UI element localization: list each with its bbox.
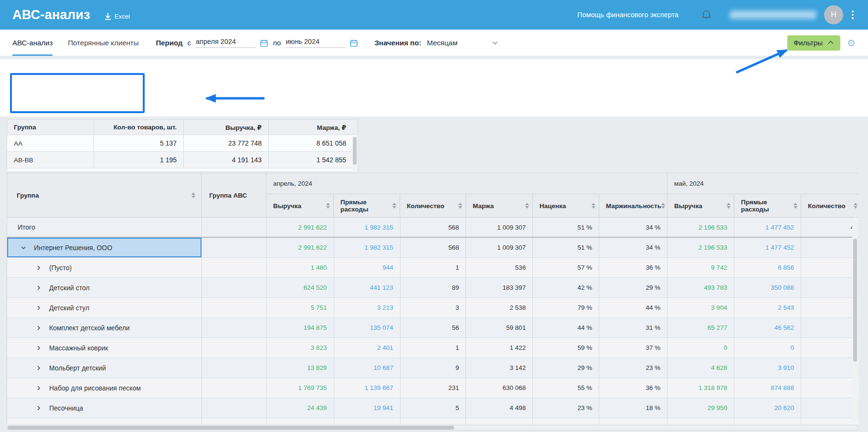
- chevron-down-icon[interactable]: [20, 244, 27, 252]
- chevron-right-icon[interactable]: [35, 404, 42, 412]
- table-row[interactable]: Итого2 991 6221 982 3155681 009 30751 %3…: [7, 218, 858, 238]
- table-row[interactable]: Детский стол624 520441 12389183 39742 %2…: [7, 278, 858, 298]
- scrollbar-thumb[interactable]: [853, 239, 857, 362]
- table-row[interactable]: Детский стул5 7513 21332 53879 %44 %3 90…: [7, 298, 858, 318]
- scrollbar-thumb[interactable]: [8, 426, 454, 430]
- group-cell[interactable]: (Пусто): [7, 258, 202, 277]
- group-cell[interactable]: Набор для рисования песком: [7, 378, 202, 398]
- column-header-label: Количество: [808, 202, 846, 210]
- table-row[interactable]: Комплект детской мебели194 875135 074565…: [7, 318, 858, 338]
- from-label: с: [187, 39, 191, 47]
- values-by-select[interactable]: Месяцам: [427, 39, 498, 47]
- scrollbar-thumb[interactable]: [353, 137, 357, 165]
- value-cell: 10 687: [334, 358, 401, 378]
- sort-icon[interactable]: [525, 203, 529, 209]
- summary-table: Группа Кол-во товаров, шт. Выручка, ₽ Ма…: [7, 119, 358, 172]
- avatar[interactable]: H: [824, 5, 843, 24]
- chevron-right-icon[interactable]: [35, 264, 42, 272]
- column-header-quantity[interactable]: Количество: [400, 194, 466, 218]
- summary-col-header[interactable]: Группа: [7, 120, 94, 135]
- sort-icon[interactable]: [326, 203, 330, 209]
- group-cell[interactable]: Песочница: [7, 398, 202, 418]
- sort-icon[interactable]: [794, 203, 797, 209]
- sort-icon[interactable]: [458, 203, 462, 209]
- horizontal-scrollbar[interactable]: [7, 425, 858, 431]
- month-group-april: апрель, 2024 Выручка Прямые расходы Коли…: [266, 173, 667, 218]
- column-header-margin[interactable]: Маржа: [466, 194, 533, 218]
- group-cell[interactable]: Итого: [7, 218, 202, 237]
- summary-row[interactable]: АВ-ВВ 1 195 4 191 143 1 542 855: [7, 152, 358, 169]
- value-cell: 493 783: [667, 278, 734, 297]
- calendar-icon[interactable]: [260, 39, 268, 47]
- value-cell: 2 196 533: [667, 238, 734, 257]
- value-cell: 0: [667, 338, 734, 358]
- abc-group-cell: [202, 238, 267, 257]
- value-cell: 1 422: [466, 338, 533, 358]
- value-cell: 1 477 452: [734, 238, 801, 257]
- filters-panel: Фильтры Контрагент: Интернет Решения, ОО…: [0, 59, 868, 116]
- column-header-markup[interactable]: Наценка: [533, 194, 599, 218]
- group-cell[interactable]: Комплект детской мебели: [7, 318, 202, 337]
- value-cell: 536: [466, 258, 533, 277]
- chevron-right-icon[interactable]: [35, 364, 42, 372]
- group-cell[interactable]: Интернет Решения, ООО: [7, 238, 202, 257]
- value-cell: [801, 238, 858, 257]
- table-row[interactable]: Песочница24 43919 94154 49823 %18 %29 95…: [7, 398, 858, 418]
- vertical-scrollbar[interactable]: [852, 217, 858, 423]
- group-name: Детский стол: [49, 284, 90, 292]
- column-header-revenue[interactable]: Выручка: [266, 194, 334, 218]
- table-row[interactable]: Набор для рисования песком1 769 7351 139…: [7, 378, 858, 398]
- period-from-input[interactable]: апреля 2024: [196, 38, 256, 48]
- summary-col-header[interactable]: Выручка, ₽: [184, 120, 269, 135]
- notification-bell-icon[interactable]: [700, 9, 712, 21]
- chevron-right-icon[interactable]: [35, 384, 42, 392]
- sort-icon[interactable]: [191, 192, 195, 198]
- value-cell: 57 %: [533, 258, 599, 277]
- summary-row[interactable]: AA 5 137 23 772 748 8 651 058: [7, 135, 358, 152]
- table-row[interactable]: Массажный коврик3 8232 40111 42259 %37 %…: [7, 338, 858, 358]
- table-row[interactable]: Интернет Решения, ООО2 991 6221 982 3155…: [7, 238, 858, 258]
- column-header-abc-group[interactable]: Группа АВС: [201, 173, 266, 218]
- summary-value-cell: 23 772 748: [184, 135, 269, 151]
- chevron-right-icon[interactable]: [35, 304, 42, 312]
- summary-col-header[interactable]: Кол-во товаров, шт.: [94, 120, 184, 135]
- excel-export-button[interactable]: Excel: [105, 12, 130, 20]
- filters-toggle-button[interactable]: Фильтры: [787, 35, 840, 51]
- group-cell[interactable]: Мольберт детский: [7, 358, 202, 378]
- column-header-label: Прямые расходы: [741, 199, 794, 213]
- sort-icon[interactable]: [661, 203, 665, 209]
- period-label: Период: [156, 39, 182, 47]
- group-cell[interactable]: Детский стол: [7, 278, 202, 297]
- chevron-right-icon[interactable]: [35, 344, 42, 352]
- sort-icon[interactable]: [854, 203, 857, 209]
- gear-icon[interactable]: ⚙: [847, 38, 856, 48]
- value-cell: 0: [734, 338, 801, 358]
- column-header-direct-costs[interactable]: Прямые расходы: [334, 194, 400, 218]
- tab-abc-analysis[interactable]: АВС-анализ: [12, 30, 53, 56]
- value-cell: 624 520: [267, 278, 334, 297]
- sort-icon[interactable]: [727, 203, 730, 209]
- column-header-group[interactable]: Группа: [7, 173, 201, 218]
- value-cell: 65 277: [667, 318, 734, 337]
- tab-lost-clients[interactable]: Потерянные клиенты: [68, 30, 138, 56]
- summary-col-header[interactable]: Маржа, ₽: [269, 120, 353, 135]
- filters-button-label: Фильтры: [794, 39, 823, 47]
- sort-icon[interactable]: [592, 203, 595, 209]
- table-row[interactable]: Мольберт детский13 82910 68793 14229 %23…: [7, 358, 858, 378]
- calendar-icon[interactable]: [349, 39, 358, 47]
- chevron-right-icon[interactable]: [35, 284, 42, 292]
- column-header-direct-costs[interactable]: Прямые расходы: [734, 194, 801, 218]
- group-cell[interactable]: Детский стул: [7, 298, 202, 317]
- column-header-revenue[interactable]: Выручка: [667, 194, 734, 218]
- kebab-menu-icon[interactable]: [850, 9, 856, 21]
- sort-icon[interactable]: [392, 203, 396, 209]
- value-cell: [334, 418, 401, 424]
- table-row[interactable]: (Пусто)1 480944153657 %36 %9 7426 856: [7, 258, 858, 278]
- column-header-marginality[interactable]: Маржинальность: [599, 194, 667, 218]
- column-header-quantity[interactable]: Количество: [801, 194, 858, 218]
- group-cell[interactable]: Массажный коврик: [7, 338, 202, 358]
- value-cell: 9 742: [667, 258, 734, 277]
- period-to-input[interactable]: июнь 2024: [286, 38, 346, 48]
- expert-help-link[interactable]: Помощь финансового эксперта: [577, 11, 678, 19]
- chevron-right-icon[interactable]: [35, 324, 42, 332]
